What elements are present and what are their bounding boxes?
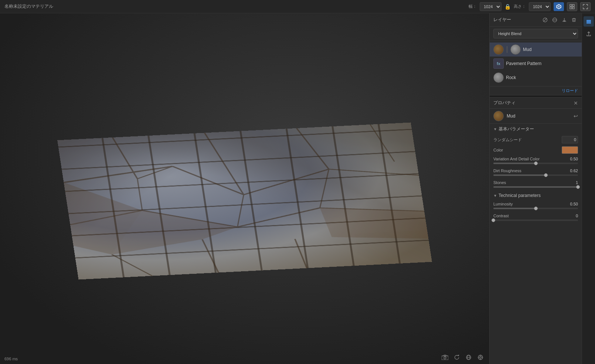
layer-panel-title: レイヤー — [493, 17, 541, 23]
3d-mesh — [57, 122, 432, 279]
dirt-roughness-slider-thumb[interactable] — [544, 173, 548, 177]
material-name: Mud — [507, 113, 571, 119]
app-title: 名称未設定のマテリアル — [4, 3, 53, 10]
solo-button[interactable] — [551, 16, 559, 24]
stones-slider-thumb[interactable] — [576, 185, 580, 189]
width-select[interactable]: 1024 512 2048 — [480, 2, 501, 11]
layer-item-mud[interactable]: Mud — [490, 42, 582, 57]
svg-line-21 — [314, 169, 335, 208]
random-seed-label-row: ランダムシード — [493, 136, 578, 143]
contrast-label-row: Contrast 0 — [493, 214, 578, 218]
height-label: 高さ： — [514, 4, 526, 9]
svg-line-6 — [241, 169, 332, 194]
luminosity-row: Luminosity 0.50 — [490, 200, 582, 212]
svg-line-39 — [544, 18, 547, 21]
blend-mode-row: Height Blend Normal Blend Add Multiply — [490, 27, 582, 41]
random-seed-input[interactable] — [562, 136, 578, 143]
rock-layer-name: Rock — [506, 75, 516, 80]
rock-thumbnail — [493, 72, 504, 83]
variation-detail-value: 0.50 — [570, 157, 578, 161]
panel-actions — [541, 16, 578, 24]
dirt-roughness-slider-track[interactable] — [493, 174, 578, 176]
stones-label: Stones — [493, 180, 506, 185]
svg-rect-1 — [572, 4, 574, 6]
far-right-panel — [582, 13, 595, 364]
no-entry-button[interactable] — [541, 16, 549, 24]
share-panel-button[interactable] — [584, 29, 594, 39]
stones-slider-track[interactable] — [493, 186, 578, 188]
blend-mode-select[interactable]: Height Blend Normal Blend Add Multiply — [493, 29, 578, 38]
dirt-roughness-label: Dirt Roughness — [493, 169, 521, 173]
reload-row[interactable]: リロード — [490, 86, 582, 95]
svg-line-19 — [295, 238, 307, 268]
grid-view-button[interactable] — [567, 2, 577, 11]
svg-rect-42 — [586, 20, 591, 21]
color-swatch[interactable] — [562, 146, 578, 154]
technical-chevron-icon: ▼ — [493, 194, 497, 198]
color-label-row: Color — [493, 146, 578, 154]
variation-detail-slider-track[interactable] — [493, 163, 578, 164]
basic-params-section-header[interactable]: ▼ 基本パラメーター — [490, 124, 582, 135]
svg-point-27 — [444, 357, 446, 359]
layer-list: Mud fx Pavement Pattern Rock — [490, 41, 582, 86]
layer-separator — [507, 46, 507, 53]
camera-icon-button[interactable] — [441, 353, 449, 362]
basic-params-title: 基本パラメーター — [499, 126, 534, 132]
viewport[interactable]: 696 ms — [0, 13, 489, 364]
contrast-slider-thumb[interactable] — [492, 218, 495, 222]
luminosity-slider-track[interactable] — [493, 208, 578, 209]
variation-detail-label: Variation And Detail Color — [493, 157, 540, 161]
mud-normal-thumbnail — [510, 44, 521, 55]
variation-detail-slider-thumb[interactable] — [534, 161, 538, 165]
delete-layer-button[interactable] — [570, 16, 578, 24]
svg-rect-43 — [586, 21, 591, 23]
contrast-row: Contrast 0 — [490, 212, 582, 224]
variation-detail-slider-fill — [493, 163, 536, 164]
contrast-slider-track[interactable] — [493, 220, 578, 221]
height-select[interactable]: 1024 512 2048 — [529, 2, 551, 11]
svg-line-7 — [329, 164, 419, 180]
svg-line-10 — [235, 208, 322, 227]
luminosity-label-row: Luminosity 0.50 — [493, 202, 578, 206]
contrast-label: Contrast — [493, 214, 509, 218]
svg-line-18 — [202, 239, 218, 273]
technical-params-section-header[interactable]: ▼ Technical parameters — [490, 191, 582, 200]
refresh-icon-button[interactable] — [452, 353, 461, 362]
viewport-3d — [0, 13, 489, 364]
svg-line-17 — [112, 252, 152, 278]
dirt-roughness-slider-fill — [493, 174, 546, 176]
svg-marker-25 — [320, 203, 429, 244]
svg-rect-26 — [442, 356, 448, 360]
stones-value: 1 — [576, 180, 578, 185]
contrast-value: 0 — [576, 214, 578, 218]
main-content: 696 ms — [0, 13, 595, 364]
variation-detail-color-row: Variation And Detail Color 0.50 — [490, 155, 582, 167]
luminosity-label: Luminosity — [493, 202, 513, 206]
mud-layer-name: Mud — [523, 47, 531, 52]
globe-icon-button[interactable] — [464, 353, 473, 362]
props-close-button[interactable]: ✕ — [574, 100, 578, 106]
reload-label: リロード — [562, 88, 578, 93]
status-text: 696 ms — [4, 357, 18, 361]
props-title: プロパティ — [493, 100, 574, 106]
target-icon-button[interactable] — [476, 353, 485, 362]
fullscreen-button[interactable] — [580, 2, 591, 11]
svg-point-33 — [480, 357, 482, 358]
svg-line-15 — [297, 127, 329, 170]
svg-rect-3 — [572, 7, 574, 9]
layer-item-rock[interactable]: Rock — [490, 71, 582, 85]
3d-view-button[interactable] — [554, 2, 564, 11]
layers-panel-button[interactable] — [584, 16, 594, 27]
random-seed-label: ランダムシード — [493, 137, 522, 143]
export-button[interactable] — [560, 16, 568, 24]
svg-line-13 — [136, 166, 174, 179]
stones-row: Stones 1 — [490, 179, 582, 191]
dirt-roughness-row: Dirt Roughness 0.62 — [490, 167, 582, 179]
layer-item-pavement[interactable]: fx Pavement Pattern — [490, 57, 582, 71]
luminosity-slider-thumb[interactable] — [534, 207, 538, 210]
pavement-layer-name: Pavement Pattern — [506, 61, 541, 66]
material-reset-button[interactable]: ↩ — [574, 113, 578, 119]
pavement-icon-thumb: fx — [493, 58, 504, 69]
svg-rect-0 — [570, 4, 572, 6]
stones-label-row: Stones 1 — [493, 180, 578, 185]
